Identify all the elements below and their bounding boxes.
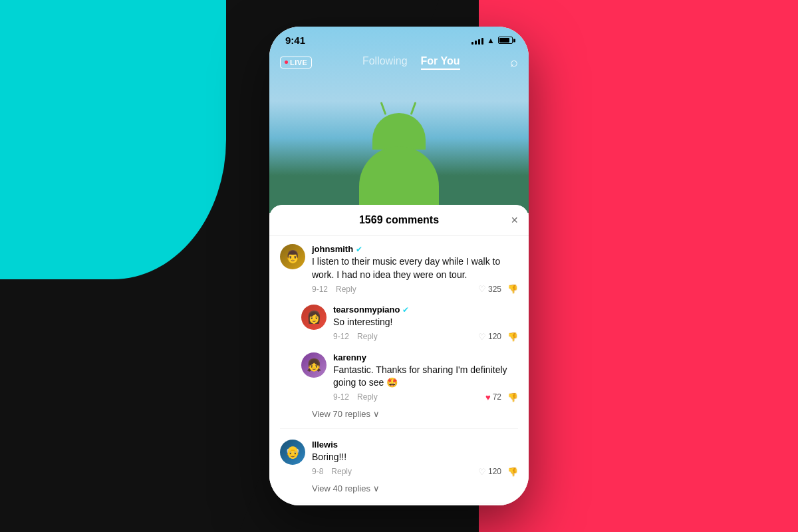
comment-text: Boring!!! bbox=[312, 451, 518, 464]
dislike-icon[interactable]: 👎 bbox=[507, 332, 518, 342]
comment-item: 👴 lllewis Boring!!! 9-8 Reply ♡ 120 👎 bbox=[269, 432, 529, 479]
comment-item: 👨 johnsmith ✔ I listen to their music ev… bbox=[269, 236, 529, 297]
app-header: LIVE Following For You ⌕ bbox=[269, 51, 529, 74]
background-cyan bbox=[0, 0, 226, 279]
comment-body: lllewis Boring!!! 9-8 Reply ♡ 120 👎 bbox=[312, 440, 518, 477]
video-content bbox=[269, 80, 529, 213]
verified-icon: ✔ bbox=[402, 305, 409, 315]
divider bbox=[280, 503, 518, 503]
wifi-icon: ▲ bbox=[487, 36, 495, 45]
view-replies-button[interactable]: View 70 replies ∨ bbox=[269, 405, 529, 426]
status-icons: ▲ bbox=[471, 36, 513, 45]
comment-time: 9-12 bbox=[333, 332, 349, 341]
search-icon[interactable]: ⌕ bbox=[510, 55, 518, 70]
dislike-icon[interactable]: 👎 bbox=[507, 284, 518, 294]
comments-panel[interactable]: 1569 comments × 👨 johnsmith ✔ I listen t… bbox=[269, 205, 529, 505]
heart-icon[interactable]: ♡ bbox=[478, 467, 486, 477]
live-dot bbox=[285, 61, 288, 64]
like-count: 72 bbox=[493, 392, 501, 402]
chevron-down-icon: ∨ bbox=[373, 483, 380, 493]
like-count: 325 bbox=[488, 285, 501, 294]
tab-for-you[interactable]: For You bbox=[421, 55, 460, 70]
chevron-down-icon: ∨ bbox=[373, 409, 380, 419]
signal-icon bbox=[471, 37, 483, 45]
avatar: 👨 bbox=[280, 244, 305, 269]
comment-body: johnsmith ✔ I listen to their music ever… bbox=[312, 244, 518, 294]
comment-likes: ♡ 120 👎 bbox=[478, 332, 518, 342]
comment-body: karenny Fantastic. Thanks for sharing I'… bbox=[333, 352, 518, 402]
view-replies-label: View 70 replies bbox=[312, 409, 370, 419]
comment-likes: ♡ 120 👎 bbox=[478, 467, 518, 477]
antenna-right bbox=[410, 102, 417, 115]
comment-username: lllewis bbox=[312, 440, 338, 450]
status-bar: 9:41 ▲ bbox=[269, 27, 529, 50]
view-replies-label: View 40 replies bbox=[312, 483, 370, 493]
comment-meta: 9-12 Reply ♥ 72 👎 bbox=[333, 392, 518, 402]
comment-item: 👩 tearsonmypiano ✔ So interesting! 9-12 … bbox=[269, 297, 529, 344]
comment-username: karenny bbox=[333, 352, 366, 362]
dislike-icon[interactable]: 👎 bbox=[507, 467, 518, 477]
comment-text: Fantastic. Thanks for sharing I'm defini… bbox=[333, 364, 518, 390]
reply-button[interactable]: Reply bbox=[357, 392, 378, 402]
reply-button[interactable]: Reply bbox=[331, 467, 352, 476]
battery-icon bbox=[498, 37, 513, 44]
tab-following[interactable]: Following bbox=[362, 55, 408, 70]
reply-button[interactable]: Reply bbox=[357, 332, 378, 341]
view-replies-button[interactable]: View 40 replies ∨ bbox=[269, 479, 529, 500]
comment-item: 👧 karenny Fantastic. Thanks for sharing … bbox=[269, 344, 529, 405]
like-count: 120 bbox=[488, 332, 501, 341]
avatar: 👧 bbox=[301, 352, 327, 378]
comment-time: 9-12 bbox=[333, 392, 349, 402]
antenna-left bbox=[380, 102, 387, 115]
comment-meta: 9-12 Reply ♡ 325 👎 bbox=[312, 284, 518, 294]
android-figure bbox=[346, 93, 452, 213]
avatar: 👴 bbox=[280, 440, 305, 465]
comments-header: 1569 comments × bbox=[269, 205, 529, 236]
android-body bbox=[359, 146, 439, 213]
close-button[interactable]: × bbox=[511, 213, 518, 227]
reply-button[interactable]: Reply bbox=[336, 285, 356, 294]
comment-username: johnsmith bbox=[312, 244, 353, 254]
comment-username: tearsonmypiano bbox=[333, 305, 400, 315]
status-time: 9:41 bbox=[285, 35, 305, 46]
heart-icon[interactable]: ♥ bbox=[485, 392, 491, 402]
heart-icon[interactable]: ♡ bbox=[478, 332, 486, 342]
comment-body: tearsonmypiano ✔ So interesting! 9-12 Re… bbox=[333, 305, 518, 342]
comment-meta: 9-12 Reply ♡ 120 👎 bbox=[333, 332, 518, 342]
comment-time: 9-8 bbox=[312, 467, 323, 476]
comment-time: 9-12 bbox=[312, 285, 328, 294]
avatar: 👩 bbox=[301, 305, 327, 330]
like-count: 120 bbox=[488, 467, 501, 476]
comments-count: 1569 comments bbox=[280, 214, 518, 226]
comment-text: I listen to their music every day while … bbox=[312, 255, 518, 281]
dislike-icon[interactable]: 👎 bbox=[507, 392, 518, 402]
nav-tabs: Following For You bbox=[362, 55, 460, 70]
comment-likes: ♡ 325 👎 bbox=[478, 284, 518, 294]
live-label: LIVE bbox=[290, 59, 307, 66]
divider bbox=[280, 428, 518, 429]
heart-icon[interactable]: ♡ bbox=[478, 284, 486, 294]
android-head bbox=[372, 113, 426, 150]
comment-meta: 9-8 Reply ♡ 120 👎 bbox=[312, 467, 518, 477]
comment-likes: ♥ 72 👎 bbox=[485, 392, 518, 402]
live-badge[interactable]: LIVE bbox=[280, 57, 312, 68]
verified-icon: ✔ bbox=[356, 245, 362, 254]
phone-frame: 9:41 ▲ LIVE Following For You ⌕ bbox=[269, 27, 529, 505]
comment-text: So interesting! bbox=[333, 316, 518, 329]
